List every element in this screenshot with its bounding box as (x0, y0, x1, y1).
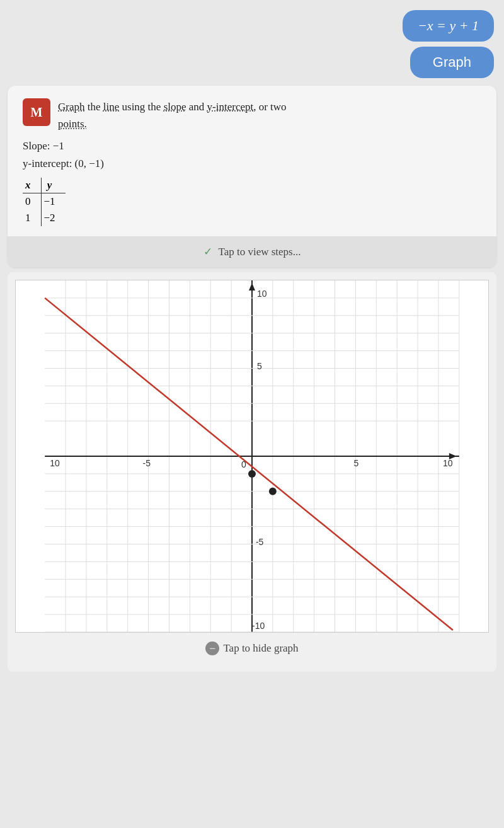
table-cell-y0: −1 (41, 193, 66, 210)
tap-steps-label: Tap to view steps... (218, 246, 301, 258)
label-y5: 5 (257, 362, 262, 372)
tap-hide-button[interactable]: − Tap to hide graph (15, 633, 489, 664)
app-logo: M (23, 98, 50, 126)
label-origin: 0 (241, 459, 246, 469)
label-x5: 5 (353, 458, 358, 468)
label-y10: 10 (257, 289, 267, 299)
label-x-neg5: -5 (143, 458, 151, 468)
table-row: 0 −1 (23, 193, 66, 210)
y-intercept-row: y-intercept: (0, −1) (23, 158, 481, 170)
answer-card-header: M Graph the line using the slope and y-i… (23, 98, 481, 132)
minus-circle-icon: − (205, 641, 219, 655)
col-header-x: x (23, 178, 41, 193)
table-cell-y1: −2 (41, 210, 66, 226)
graph-word: Graph (58, 101, 84, 113)
col-header-y: y (41, 178, 66, 193)
y-axis-arrow-up (249, 283, 255, 290)
graph-svg: 10 5 0 -5 -10 10 5 -5 10 (16, 280, 488, 632)
graph-area: 10 5 0 -5 -10 10 5 -5 10 − Tap to hide g… (8, 272, 496, 672)
graph-container[interactable]: 10 5 0 -5 -10 10 5 -5 10 (15, 280, 489, 633)
x-axis-arrow-right (449, 453, 457, 459)
slope-row: Slope: −1 (23, 140, 481, 152)
point-0-neg1 (248, 470, 256, 478)
line-word: line (103, 101, 120, 113)
y-intercept-value: (0, −1) (75, 158, 104, 170)
label-x10: 10 (443, 458, 453, 468)
label-y-neg10: -10 (252, 621, 265, 631)
table-cell-x0: 0 (23, 193, 41, 210)
slope-word: slope (164, 101, 186, 113)
answer-intro-text: Graph the line using the slope and y-int… (58, 98, 287, 132)
table-section: x y 0 −1 1 −2 (23, 178, 481, 226)
slope-label: Slope: (23, 140, 50, 152)
points-word: points. (58, 118, 87, 130)
point-1-neg2 (269, 488, 277, 495)
y-intercept-word: y-intercept, (207, 101, 256, 113)
check-icon: ✓ (203, 246, 212, 258)
xy-table: x y 0 −1 1 −2 (23, 178, 66, 226)
table-cell-x1: 1 (23, 210, 41, 226)
graph-button[interactable]: Graph (410, 47, 494, 78)
y-intercept-label: y-intercept: (23, 158, 72, 170)
tap-steps-button[interactable]: ✓ Tap to view steps... (8, 236, 496, 267)
equation-bubble: −x = y + 1 (403, 10, 494, 42)
svg-line-39 (45, 298, 453, 630)
table-row: 1 −2 (23, 210, 66, 226)
tap-hide-label: Tap to hide graph (223, 642, 298, 655)
answer-card: M Graph the line using the slope and y-i… (8, 86, 496, 267)
label-y-neg5: -5 (256, 538, 264, 548)
label-x-neg10: 10 (50, 458, 60, 468)
slope-value: −1 (53, 140, 64, 152)
equation-text: −x = y + 1 (418, 18, 479, 33)
top-area: −x = y + 1 Graph (0, 0, 504, 78)
answer-intro: Graph the line using the slope and y-int… (58, 101, 287, 130)
